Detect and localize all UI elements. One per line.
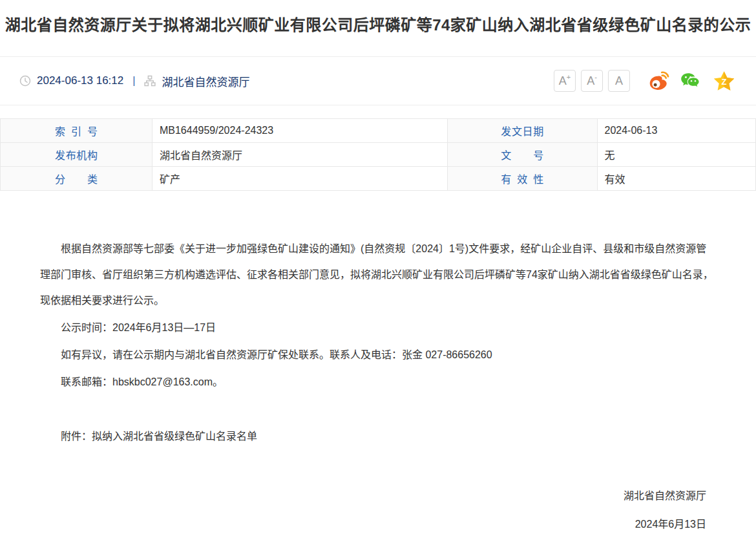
font-btn-sign: + [567,74,571,81]
contact-paragraph: 如有异议，请在公示期内与湖北省自然资源厅矿保处联系。联系人及电话：张金 027-… [40,342,716,368]
weibo-share-icon[interactable] [647,70,669,92]
signature-block: 湖北省自然资源厅 2024年6月13日 [40,483,706,537]
label-text: 文号 [501,147,543,162]
meta-info: 2024-06-13 16:12 | 湖北省自然资源厅 [19,73,249,89]
table-row: 索引号 MB1644959/2024-24323 发文日期 2024-06-13 [1,119,756,143]
validity-label: 有效性 [448,167,597,191]
font-size-decrease-button[interactable]: A- [581,70,603,92]
signature-agency: 湖北省自然资源厅 [40,483,706,509]
category-label: 分类 [1,167,152,191]
font-btn-label: A [587,75,594,87]
clock-icon [19,75,31,87]
document-info-table: 索引号 MB1644959/2024-24323 发文日期 2024-06-13… [0,118,756,191]
table-row: 发布机构 湖北省自然资源厅 文号 无 [1,143,756,167]
body-paragraph: 根据自然资源部等七部委《关于进一步加强绿色矿山建设的通知》(自然资规〔2024〕… [40,236,716,314]
font-size-reset-button[interactable]: A [608,70,630,92]
publish-source: 湖北省自然资源厅 [162,73,249,89]
publicity-period-paragraph: 公示时间：2024年6月13日—17日 [40,315,716,341]
font-btn-sign: - [594,74,597,81]
qzone-share-icon[interactable]: Z [713,70,735,92]
table-row: 分类 矿产 有效性 有效 [1,167,756,191]
signature-date: 2024年6月13日 [40,512,706,537]
label-text: 发布机构 [55,147,98,162]
publish-timestamp: 2024-06-13 16:12 [37,74,123,87]
article-body: 根据自然资源部等七部委《关于进一步加强绿色矿山建设的通知》(自然资规〔2024〕… [0,191,756,537]
document-header: 湖北省自然资源厅关于拟将湖北兴顺矿业有限公司后坪磷矿等74家矿山纳入湖北省省级绿… [0,0,756,57]
issue-date-value: 2024-06-13 [597,119,756,143]
publisher-label: 发布机构 [1,143,152,167]
index-number-label: 索引号 [1,119,152,143]
meta-bar: 2024-06-13 16:12 | 湖北省自然资源厅 A+ A- A [0,57,756,105]
issue-date-label: 发文日期 [448,119,597,143]
font-btn-label: A [615,75,623,87]
organization-icon [144,75,156,87]
wechat-share-icon[interactable] [680,70,702,92]
attachment-link[interactable]: 拟纳入湖北省省级绿色矿山名录名单 [92,431,257,442]
font-size-increase-button[interactable]: A+ [554,70,576,92]
label-text: 索引号 [55,123,98,138]
validity-value: 有效 [597,167,756,191]
page-title: 湖北省自然资源厅关于拟将湖北兴顺矿业有限公司后坪磷矿等74家矿山纳入湖北省省级绿… [0,14,756,37]
svg-text:Z: Z [721,77,726,87]
index-number-value: MB1644959/2024-24323 [152,119,447,143]
label-text: 有效性 [501,171,543,186]
attachment-label: 附件： [61,431,92,442]
category-value: 矿产 [152,167,447,191]
attachment-line: 附件：拟纳入湖北省省级绿色矿山名录名单 [40,424,716,449]
email-paragraph: 联系邮箱：hbskbc027@163.com。 [40,369,716,395]
label-text: 发文日期 [501,123,543,138]
doc-number-label: 文号 [448,143,597,167]
meta-divider: | [132,75,135,87]
doc-number-value: 无 [597,143,756,167]
font-btn-label: A [559,75,567,87]
publisher-value: 湖北省自然资源厅 [152,143,447,167]
label-text: 分类 [55,171,98,186]
toolbar: A+ A- A [549,70,735,92]
